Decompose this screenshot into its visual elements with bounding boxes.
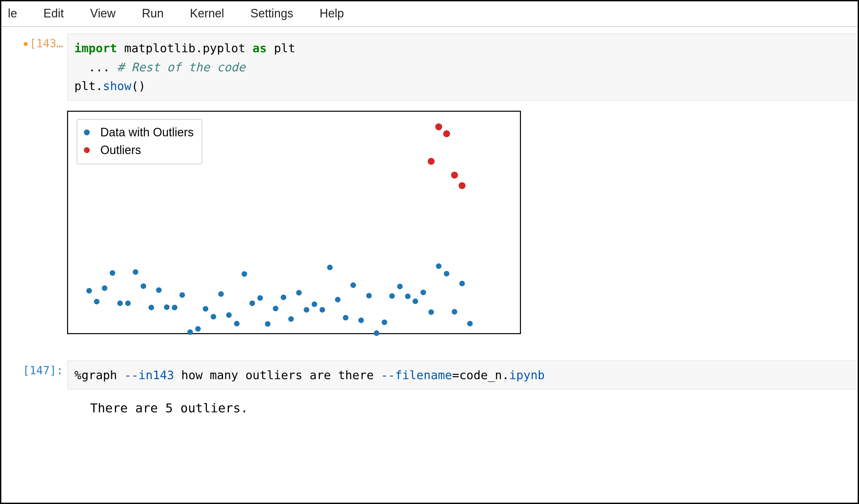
code-text: plt. (74, 79, 103, 93)
data-point (389, 293, 395, 299)
execution-count: [143… (30, 37, 63, 50)
data-point (187, 330, 193, 335)
data-point (195, 326, 201, 332)
data-point (164, 304, 170, 310)
data-point (413, 299, 418, 304)
code-method: show (103, 79, 132, 93)
data-point (428, 310, 434, 315)
data-point (273, 306, 278, 312)
keyword: import (74, 42, 117, 55)
data-point (381, 319, 387, 325)
menu-item-run[interactable]: Run (135, 4, 170, 23)
menu-item-file[interactable]: le (1, 4, 24, 23)
data-point (281, 295, 286, 300)
code-flag: --in143 (124, 368, 174, 382)
keyword: as (253, 42, 267, 55)
data-point (234, 321, 239, 327)
code-magic: %graph (74, 368, 124, 382)
data-point (125, 301, 131, 306)
data-point (156, 287, 162, 293)
data-point (366, 293, 372, 299)
data-point (242, 271, 247, 277)
scatter-chart: Data with Outliers Outliers (67, 111, 521, 334)
data-point (312, 302, 317, 307)
data-point (109, 270, 115, 276)
data-point (443, 130, 450, 137)
data-point (304, 307, 310, 313)
data-point (141, 283, 146, 289)
data-point (405, 294, 410, 299)
data-point (435, 124, 442, 130)
data-point (180, 293, 185, 298)
cell-prompt: [147]: (1, 360, 67, 377)
menu-bar: le Edit View Run Kernel Settings Help (1, 1, 858, 27)
data-point (397, 284, 403, 289)
unsaved-indicator-icon (24, 42, 28, 46)
data-point (427, 158, 434, 165)
data-point (421, 289, 426, 295)
data-point (133, 269, 138, 275)
data-point (343, 315, 348, 320)
data-point (86, 288, 92, 294)
data-point (374, 330, 379, 336)
code-text: how many outliers are there (174, 368, 381, 382)
data-point (210, 314, 216, 320)
data-point (452, 309, 457, 314)
code-text: () (131, 79, 145, 93)
menu-item-view[interactable]: View (84, 4, 122, 23)
code-comment: # Rest of the code (117, 61, 245, 74)
data-point (350, 282, 356, 288)
data-point (203, 306, 209, 312)
data-point (467, 321, 472, 326)
code-cell: [143… import matplotlib.pyplot as plt ..… (1, 33, 858, 101)
data-point (102, 285, 107, 291)
data-point (459, 281, 465, 286)
code-flag: --filename (381, 368, 452, 382)
code-text: ... (74, 61, 117, 74)
data-point (117, 301, 123, 306)
data-point (148, 304, 154, 310)
data-point (327, 265, 333, 270)
code-text: plt (267, 42, 295, 55)
data-point (443, 271, 449, 277)
cell-prompt: [143… (1, 33, 67, 50)
menu-item-edit[interactable]: Edit (37, 4, 70, 23)
menu-item-kernel[interactable]: Kernel (183, 4, 231, 23)
menu-item-help[interactable]: Help (313, 4, 350, 23)
code-text: =code_n. (452, 368, 509, 382)
menu-item-settings[interactable]: Settings (244, 4, 300, 23)
data-point (172, 304, 177, 310)
code-ident: ipynb (509, 368, 545, 382)
data-point (319, 307, 325, 313)
code-text: matplotlib.pyplot (117, 42, 253, 55)
code-cell: [147]: %graph --in143 how many outliers … (1, 360, 858, 390)
data-point (250, 301, 255, 306)
data-point (226, 312, 232, 318)
data-point (257, 295, 263, 301)
data-point (451, 172, 458, 179)
data-point (265, 321, 271, 327)
plot-area (68, 112, 520, 333)
data-point (94, 299, 100, 304)
data-point (288, 316, 294, 322)
execution-count: [147]: (23, 364, 63, 377)
data-point (218, 291, 224, 297)
cell-output-text: There are 5 outliers. (67, 397, 858, 415)
data-point (459, 182, 466, 189)
code-editor[interactable]: import matplotlib.pyplot as plt ... # Re… (67, 33, 858, 101)
data-point (358, 318, 364, 323)
data-point (335, 297, 341, 302)
data-point (436, 264, 442, 269)
code-editor[interactable]: %graph --in143 how many outliers are the… (67, 360, 858, 390)
data-point (296, 290, 302, 296)
